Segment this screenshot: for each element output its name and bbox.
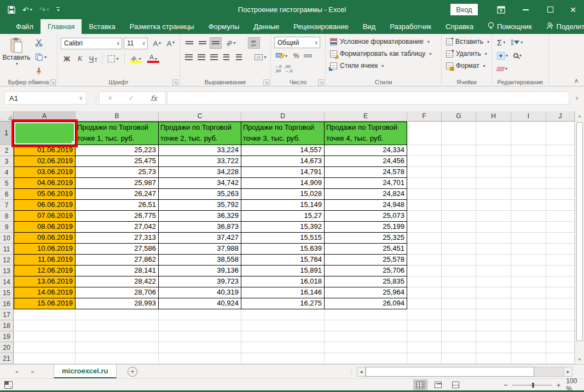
col-header-C[interactable]: C (159, 111, 241, 122)
cell-I20[interactable] (511, 342, 546, 353)
alignment-dialog-launcher-icon[interactable]: ↘ (263, 79, 269, 85)
cell-C3[interactable]: 33,722 (159, 156, 241, 167)
cell-I2[interactable] (511, 145, 546, 156)
zoom-slider[interactable] (512, 385, 552, 385)
font-name-combo[interactable]: Calibri∨ (61, 38, 122, 49)
row-header-2[interactable]: 2 (0, 145, 14, 156)
cell-H21[interactable] (476, 353, 511, 364)
cell-G6[interactable] (442, 189, 476, 200)
cell-E20[interactable] (325, 342, 407, 353)
save-icon[interactable] (8, 6, 15, 14)
cell-F21[interactable] (407, 353, 442, 364)
scroll-left-icon[interactable]: ◄ (357, 367, 366, 377)
cell-D6[interactable]: 15,028 (241, 189, 325, 200)
cell-B10[interactable]: 27,313 (76, 233, 159, 244)
ribbon-tab-Помощник[interactable]: Помощник (481, 19, 539, 34)
row-header-14[interactable]: 14 (0, 276, 14, 287)
cell-C13[interactable]: 39,136 (159, 266, 241, 276)
cell-A6[interactable]: 05.06.2019 (14, 189, 76, 200)
cell-G15[interactable] (442, 287, 476, 298)
cell-J15[interactable] (546, 287, 575, 298)
cell-G12[interactable] (442, 255, 476, 266)
cell-J19[interactable] (546, 331, 575, 342)
cell-B12[interactable]: 27,862 (76, 255, 159, 266)
cell-G4[interactable] (442, 167, 476, 178)
cell-F10[interactable] (407, 233, 442, 244)
cell-J6[interactable] (546, 189, 575, 200)
font-size-combo[interactable]: 11∨ (124, 38, 148, 49)
cell-E11[interactable]: 25,451 (325, 244, 407, 255)
cell-J8[interactable] (546, 211, 575, 222)
cell-G17[interactable] (442, 309, 476, 320)
cell-H4[interactable] (476, 167, 511, 178)
increase-indent-button[interactable] (233, 51, 245, 63)
sort-filter-button[interactable]: АЯ▾ (509, 37, 524, 48)
cell-E7[interactable]: 24,948 (325, 200, 407, 211)
cell-I15[interactable] (511, 287, 546, 298)
cell-F8[interactable] (407, 211, 442, 222)
confirm-entry-icon[interactable]: ✓ (129, 94, 134, 102)
cell-G7[interactable] (442, 200, 476, 211)
prev-sheet-icon[interactable]: ◄ (10, 365, 23, 379)
cell-H18[interactable] (476, 320, 511, 331)
row-header-10[interactable]: 10 (0, 233, 14, 244)
cell-B16[interactable]: 28,993 (76, 298, 159, 309)
sheet-tab-active[interactable]: microexcel.ru (54, 365, 117, 379)
cell-G13[interactable] (442, 266, 476, 276)
cell-J21[interactable] (546, 353, 575, 364)
tabbar-splitter[interactable]: ⋮ (348, 365, 354, 379)
row-header-5[interactable]: 5 (0, 178, 14, 189)
align-center-button[interactable] (196, 51, 207, 63)
decrease-font-size-button[interactable]: А▼ (163, 37, 175, 49)
cell-C20[interactable] (159, 342, 241, 353)
cell-B20[interactable] (76, 342, 159, 353)
ribbon-tab-Файл[interactable]: Файл (9, 19, 41, 34)
paste-button[interactable]: Вставить ▾ (3, 37, 30, 77)
cell-I19[interactable] (511, 331, 546, 342)
find-select-button[interactable]: ▾ (512, 50, 523, 61)
cell-B11[interactable]: 27,586 (76, 244, 159, 255)
cell-I3[interactable] (511, 156, 546, 167)
cell-H2[interactable] (476, 145, 511, 156)
cell-D12[interactable]: 15,764 (241, 255, 325, 266)
ribbon-tab-Формулы[interactable]: Формулы (201, 19, 247, 34)
cell-C18[interactable] (159, 320, 241, 331)
cell-D18[interactable] (241, 320, 325, 331)
font-color-button[interactable]: А ▾ (145, 53, 161, 65)
cell-F19[interactable] (407, 331, 442, 342)
cell-C10[interactable]: 37,427 (159, 233, 241, 244)
name-box-dropdown-icon[interactable]: ∨ (79, 95, 83, 101)
cell-F11[interactable] (407, 244, 442, 255)
cell-E10[interactable]: 25,325 (325, 233, 407, 244)
cell-H13[interactable] (476, 266, 511, 276)
cell-B19[interactable] (76, 331, 159, 342)
conditional-formatting-button[interactable]: Условное форматирование▾ (328, 36, 439, 48)
borders-button[interactable]: ▾ (105, 53, 122, 65)
cell-D17[interactable] (241, 309, 325, 320)
cell-F6[interactable] (407, 189, 442, 200)
cell-B15[interactable]: 28,706 (76, 287, 159, 298)
cell-D11[interactable]: 15,639 (241, 244, 325, 255)
cell-D2[interactable]: 14,557 (241, 145, 325, 156)
cell-A2[interactable]: 01.06.2019 (14, 145, 76, 156)
cell-C2[interactable]: 33,224 (159, 145, 241, 156)
number-dialog-launcher-icon[interactable]: ↘ (318, 79, 324, 85)
cell-D3[interactable]: 14,673 (241, 156, 325, 167)
cell-H9[interactable] (476, 222, 511, 233)
cell-I6[interactable] (511, 189, 546, 200)
cancel-entry-icon[interactable]: × (108, 94, 112, 102)
cell-F9[interactable] (407, 222, 442, 233)
cell-D8[interactable]: 15,27 (241, 211, 325, 222)
expand-formula-bar-icon[interactable]: ∨ (573, 91, 581, 105)
row-header-18[interactable]: 18 (0, 320, 14, 331)
cell-A8[interactable]: 07.06.2019 (14, 211, 76, 222)
vertical-scroll-thumb[interactable] (576, 122, 583, 341)
next-sheet-icon[interactable]: ► (26, 365, 39, 379)
comma-style-button[interactable]: 000 (303, 50, 313, 61)
cell-H1[interactable] (476, 122, 511, 145)
cell-J1[interactable] (546, 122, 575, 145)
cell-I14[interactable] (511, 276, 546, 287)
row-header-15[interactable]: 15 (0, 287, 14, 298)
formula-input[interactable] (167, 91, 569, 105)
cell-E9[interactable]: 25,199 (325, 222, 407, 233)
